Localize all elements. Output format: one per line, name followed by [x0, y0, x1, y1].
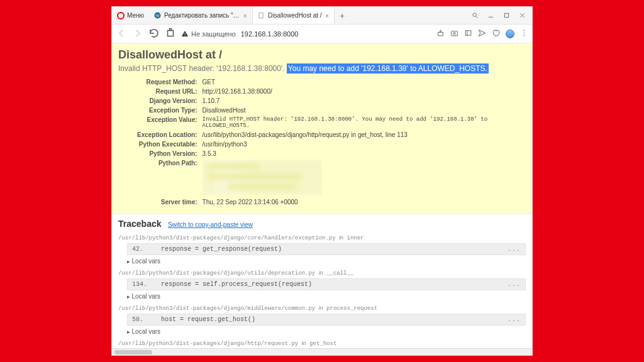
switch-view-link[interactable]: Switch to copy-and-paste view [168, 221, 253, 228]
svg-point-21 [524, 35, 525, 36]
error-message: Invalid HTTP_HOST header: '192.168.1.38:… [118, 64, 526, 73]
meta-label: Exception Value: [137, 116, 201, 129]
local-vars-toggle[interactable]: Local vars [127, 258, 526, 265]
close-tab-icon[interactable]: × [243, 12, 247, 19]
traceback-heading: Traceback [118, 219, 162, 229]
python-path-redacted [203, 159, 525, 197]
local-vars-toggle[interactable]: Local vars [127, 328, 526, 335]
expand-icon: ... [508, 316, 521, 323]
error-title: DisallowedHost at / [118, 48, 526, 62]
meta-value: GET [203, 78, 525, 86]
page-content[interactable]: DisallowedHost at / Invalid HTTP_HOST he… [112, 43, 532, 348]
svg-rect-14 [452, 31, 458, 36]
traceback-section: Traceback Switch to copy-and-paste view … [112, 214, 532, 348]
traceback-frame: /usr/lib/python3/dist-packages/django/ht… [118, 340, 526, 348]
svg-rect-9 [168, 30, 174, 36]
error-summary: DisallowedHost at / Invalid HTTP_HOST he… [112, 43, 532, 214]
address-bar: Не защищено 192.168.1.38:8000 [112, 25, 532, 43]
meta-value: Invalid HTTP_HOST header: '192.168.1.38:… [203, 116, 525, 129]
svg-rect-16 [465, 31, 471, 36]
tab-label: DisallowedHost at / [268, 12, 322, 19]
security-label: Не защищено [191, 30, 236, 38]
svg-rect-11 [185, 33, 186, 35]
svg-point-20 [524, 33, 525, 34]
meta-label: Python Path: [137, 159, 201, 197]
svg-point-19 [524, 30, 525, 31]
share-icon[interactable] [436, 29, 445, 38]
meta-label: Exception Location: [137, 131, 201, 139]
maximize-icon[interactable] [503, 12, 510, 19]
close-tab-icon[interactable]: × [325, 12, 329, 19]
svg-rect-6 [504, 13, 508, 17]
code-line[interactable]: 58.host = request.get_host()... [127, 314, 526, 326]
svg-rect-10 [170, 28, 172, 30]
local-vars-toggle[interactable]: Local vars [127, 293, 526, 300]
meta-label: Python Executable: [137, 140, 201, 148]
menu-label: Меню [127, 12, 144, 19]
forward-button[interactable] [132, 28, 143, 40]
frame-location: /usr/lib/python3/dist-packages/django/ut… [118, 270, 526, 277]
expand-icon: ... [508, 246, 521, 253]
wordpress-icon: W [154, 12, 161, 19]
opera-logo-icon [117, 12, 125, 19]
toolbar-right [436, 29, 528, 38]
heart-icon[interactable] [492, 29, 500, 38]
tab-label: Редактировать запись "П... [164, 12, 240, 19]
profile-avatar[interactable] [506, 30, 514, 38]
reload-button[interactable] [148, 28, 160, 40]
meta-value: Thu, 22 Sep 2022 13:14:06 +0000 [203, 198, 525, 206]
svg-rect-12 [185, 35, 186, 36]
meta-value: /usr/bin/python3 [203, 140, 525, 148]
meta-value: /usr/lib/python3/dist-packages/django/ht… [203, 131, 525, 139]
traceback-frame: /usr/lib/python3/dist-packages/django/co… [118, 234, 526, 265]
scrollbar-thumb[interactable] [114, 350, 152, 354]
tab-wordpress[interactable]: W Редактировать запись "П... × [149, 7, 253, 24]
error-message-plain: Invalid HTTP_HOST header: '192.168.1.38:… [118, 64, 287, 73]
screenshot-icon[interactable] [450, 29, 458, 38]
svg-line-4 [476, 16, 478, 18]
new-tab-button[interactable]: + [335, 11, 350, 21]
url-text[interactable]: 192.168.1.38:8000 [241, 30, 299, 38]
meta-label: Django Version: [137, 97, 201, 105]
meta-value: DisallowedHost [203, 106, 525, 114]
svg-point-3 [473, 13, 477, 17]
svg-rect-2 [259, 13, 263, 18]
svg-rect-13 [438, 32, 443, 35]
search-icon[interactable] [472, 12, 479, 19]
meta-value: 3.5.3 [203, 150, 525, 158]
meta-value: 1.10.7 [203, 97, 525, 105]
send-icon[interactable] [478, 29, 486, 38]
blank-page-icon [258, 12, 265, 19]
traceback-frame: /usr/lib/python3/dist-packages/django/mi… [118, 305, 526, 335]
meta-value: http://192.168.1.38:8000/ [203, 87, 525, 96]
back-button[interactable] [116, 28, 127, 40]
meta-label: Request Method: [137, 78, 201, 86]
security-indicator[interactable]: Не защищено [181, 30, 236, 38]
traceback-frame: /usr/lib/python3/dist-packages/django/ut… [118, 270, 526, 300]
frame-location: /usr/lib/python3/dist-packages/django/ht… [118, 340, 526, 347]
error-meta-table: Request Method:GET Request URL:http://19… [136, 77, 526, 207]
window-controls [465, 12, 532, 19]
expand-icon: ... [508, 281, 521, 288]
minimize-icon[interactable] [487, 12, 494, 19]
extensions-icon[interactable] [165, 28, 176, 40]
frame-location: /usr/lib/python3/dist-packages/django/mi… [118, 305, 526, 312]
browser-menu-button[interactable]: Меню [112, 7, 149, 24]
frame-location: /usr/lib/python3/dist-packages/django/co… [118, 234, 526, 241]
meta-label: Request URL: [137, 87, 201, 96]
meta-label: Python Version: [137, 150, 201, 158]
svg-text:W: W [156, 13, 160, 18]
browser-window: Меню W Редактировать запись "П... × Disa… [112, 7, 532, 355]
code-line[interactable]: 134.response = self.process_request(requ… [127, 278, 526, 290]
meta-label: Exception Type: [137, 106, 201, 114]
meta-label: Server time: [137, 198, 201, 206]
sidebar-icon[interactable] [464, 29, 472, 38]
tab-strip: Меню W Редактировать запись "П... × Disa… [112, 7, 532, 25]
error-message-highlight: You may need to add '192.168.1.38' to AL… [287, 63, 489, 74]
code-line[interactable]: 42.response = get_response(request)... [127, 243, 526, 255]
close-window-icon[interactable] [519, 12, 526, 19]
horizontal-scrollbar[interactable] [112, 348, 532, 355]
svg-marker-18 [479, 30, 486, 36]
kebab-menu-icon[interactable] [520, 29, 528, 38]
tab-django-error[interactable]: DisallowedHost at / × [253, 7, 335, 24]
